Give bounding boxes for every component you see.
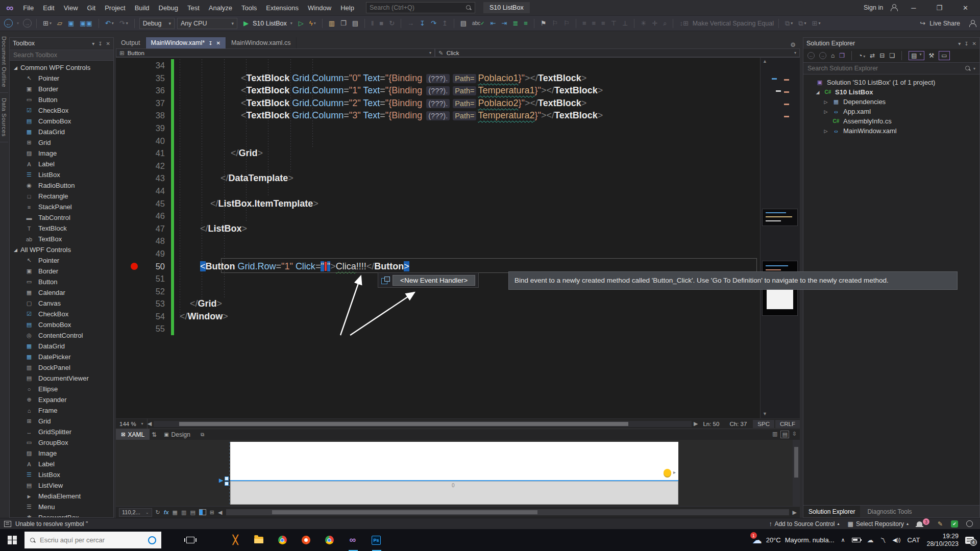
code-line-47[interactable]: 47 </ListBox> — [116, 222, 800, 235]
xaml-code-editor[interactable]: 3435 <TextBlock Grid.Column="0" Text="{B… — [116, 58, 800, 418]
expander-icon[interactable]: ▷ — [823, 129, 829, 134]
tree-item-dependencies[interactable]: ▷▦Dependencies — [803, 97, 979, 107]
feedback-button[interactable]: ✎ — [938, 520, 943, 528]
toolbox-item-textbox[interactable]: abTextBox — [10, 234, 113, 244]
code-line-53[interactable]: 53 </Grid> — [116, 297, 800, 310]
breakpoint-margin[interactable] — [116, 59, 142, 72]
notifications-bell-button[interactable]: 3 — [917, 521, 929, 526]
design-window-row0[interactable] — [230, 442, 678, 480]
start-debugging-button[interactable]: ▶S10 ListBox▾ — [240, 19, 295, 28]
code-line-50[interactable]: 50 <Button Grid.Row="1" Click="">Clica!!… — [116, 260, 800, 273]
chevron-down-icon[interactable]: ▾ — [92, 41, 94, 46]
layout-grid-icon[interactable]: ⊞▾ — [811, 19, 822, 28]
tree-item-assemblyinfo-cs[interactable]: C#AssemblyInfo.cs — [803, 116, 979, 126]
cortana-icon[interactable] — [148, 536, 156, 544]
find-in-files-icon[interactable]: ▥ — [327, 19, 336, 28]
side-tab-data-sources[interactable]: Data Sources — [0, 93, 8, 142]
taskbar-app-file-explorer[interactable] — [247, 529, 271, 551]
tree-item-app-xaml[interactable]: ▷‹›App.xaml — [803, 107, 979, 116]
editor-minimap-scrollbar[interactable]: ▲ ▼ — [760, 58, 800, 418]
toolbox-item-documentviewer[interactable]: ▤DocumentViewer — [10, 373, 113, 384]
step-over-icon[interactable]: ↷ — [429, 19, 438, 28]
toolbox-item-ellipse[interactable]: ○Ellipse — [10, 384, 113, 394]
previous-bookmark-icon[interactable]: ⚐ — [551, 19, 560, 28]
split-view-icon[interactable] — [199, 509, 206, 515]
step-into-icon[interactable]: ↧ — [418, 19, 427, 28]
vertical-split-icon[interactable]: ▥ — [772, 431, 777, 438]
scroll-down-icon[interactable]: ▼ — [763, 411, 767, 416]
menu-tools[interactable]: Tools — [237, 0, 261, 16]
code-line-45[interactable]: 45 </ListBox.ItemTemplate> — [116, 197, 800, 210]
toolbox-item-border[interactable]: ▣Border — [10, 84, 113, 94]
breadcrumb-element-dropdown[interactable]: ⊞ Button▾ — [116, 48, 435, 57]
close-icon[interactable]: ✕ — [216, 40, 220, 46]
navigate-back-dropdown[interactable]: ▾ — [15, 20, 20, 26]
bottom-tab-diagnostic-tools[interactable]: Diagnostic Tools — [862, 506, 917, 517]
start-without-debugging-icon[interactable]: ▷ — [297, 19, 305, 28]
code-line-34[interactable]: 34 — [116, 59, 800, 72]
pending-changes-filter-icon[interactable]: ◔▾ — [859, 52, 865, 59]
pin-icon[interactable]: ↧ — [208, 40, 212, 46]
maximize-button[interactable]: ❐ — [929, 0, 949, 16]
collapse-all-icon[interactable]: ⊟ — [879, 52, 885, 59]
snaplines-icon[interactable]: ▤ — [190, 509, 195, 516]
forward-icon[interactable]: → — [819, 52, 826, 59]
open-file-icon[interactable]: ▱ — [56, 19, 64, 28]
code-line-43[interactable]: 43 </DataTemplate> — [116, 172, 800, 185]
toolbox-section-all-wpf-controls[interactable]: ◢All WPF Controls — [10, 244, 113, 255]
stop-icon[interactable]: ■ — [378, 19, 385, 28]
breakpoint-margin[interactable] — [116, 172, 142, 185]
keyboard-language[interactable]: CAT — [907, 536, 920, 544]
bookmark-icon[interactable]: ⚑ — [539, 19, 548, 28]
expander-icon[interactable]: ▷ — [823, 99, 829, 105]
align-right-icon[interactable]: ≡ — [600, 19, 607, 28]
breakpoint-margin[interactable] — [116, 97, 142, 110]
document-well-options-icon[interactable]: ⚙ — [790, 41, 800, 48]
toolbox-item-label[interactable]: ALabel — [10, 459, 113, 469]
tab-output[interactable]: Output — [116, 37, 146, 48]
navigate-forward-icon[interactable]: → — [23, 19, 32, 28]
menu-build[interactable]: Build — [130, 0, 154, 16]
breakpoint-margin[interactable] — [116, 310, 142, 323]
toolbox-header[interactable]: Toolbox ▾ ↧ ✕ — [10, 38, 113, 49]
lightbulb-suggestion-icon[interactable] — [664, 469, 671, 477]
splitter-handle[interactable] — [225, 482, 229, 486]
toolbox-item-checkbox[interactable]: ☑CheckBox — [10, 309, 113, 319]
toolbox-item-listbox[interactable]: ☰ListBox — [10, 469, 113, 480]
hot-reload-icon[interactable]: ϟ▾ — [308, 19, 317, 28]
effects-icon[interactable]: fx — [164, 509, 169, 515]
toolbox-item-contentcontrol[interactable]: ◎ContentControl — [10, 330, 113, 341]
battery-icon[interactable] — [852, 538, 861, 542]
breakpoint-margin[interactable] — [116, 285, 142, 298]
breakpoint-margin[interactable] — [116, 185, 142, 197]
select-repository-button[interactable]: ▦ Select Repository ▴ — [848, 520, 909, 528]
user-avatar-placeholder[interactable] — [966, 520, 973, 527]
vertical-spacing-icon[interactable]: ↕⊞ — [678, 19, 690, 28]
scroll-up-icon[interactable]: ▲ — [763, 59, 767, 64]
breakpoint-margin[interactable] — [116, 84, 142, 97]
undo-icon[interactable]: ↶▾ — [104, 19, 115, 28]
breakpoint-margin[interactable] — [116, 260, 142, 273]
spell-check-icon[interactable]: abc✓ — [471, 20, 486, 27]
bring-forward-icon[interactable]: ⧉▾ — [783, 19, 794, 28]
navigate-back-icon[interactable]: ← — [4, 19, 13, 28]
snap-grid-icon[interactable]: ▥ — [181, 509, 186, 516]
new-folder-icon[interactable]: ❏ — [889, 52, 895, 59]
taskbar-search-input[interactable] — [40, 536, 144, 544]
toolbox-item-pointer[interactable]: ↖Pointer — [10, 73, 113, 84]
toolbox-search-box[interactable] — [10, 49, 113, 61]
menu-project[interactable]: Project — [100, 0, 130, 16]
toolbox-item-checkbox[interactable]: ☑CheckBox — [10, 105, 113, 116]
navigate-backward-code-icon[interactable]: ⇤ — [489, 19, 498, 28]
code-line-35[interactable]: 35 <TextBlock Grid.Column="0" Text="{Bin… — [116, 72, 800, 85]
user-account-icon[interactable] — [890, 4, 897, 11]
redo-icon[interactable]: ↷▾ — [118, 19, 130, 28]
toolbox-search-input[interactable] — [13, 52, 110, 59]
align-top-icon[interactable]: ⊤ — [609, 19, 618, 28]
space-mode-indicator[interactable]: SPC — [753, 420, 774, 428]
toolbox-item-passwordbox[interactable]: ✱PasswordBox — [10, 512, 113, 517]
breakpoint-margin[interactable] — [116, 247, 142, 260]
menu-debug[interactable]: Debug — [154, 0, 183, 16]
expander-icon[interactable]: ◢ — [815, 90, 821, 95]
solution-explorer-header[interactable]: Solution Explorer ▾ ↧ ✕ — [803, 38, 979, 49]
